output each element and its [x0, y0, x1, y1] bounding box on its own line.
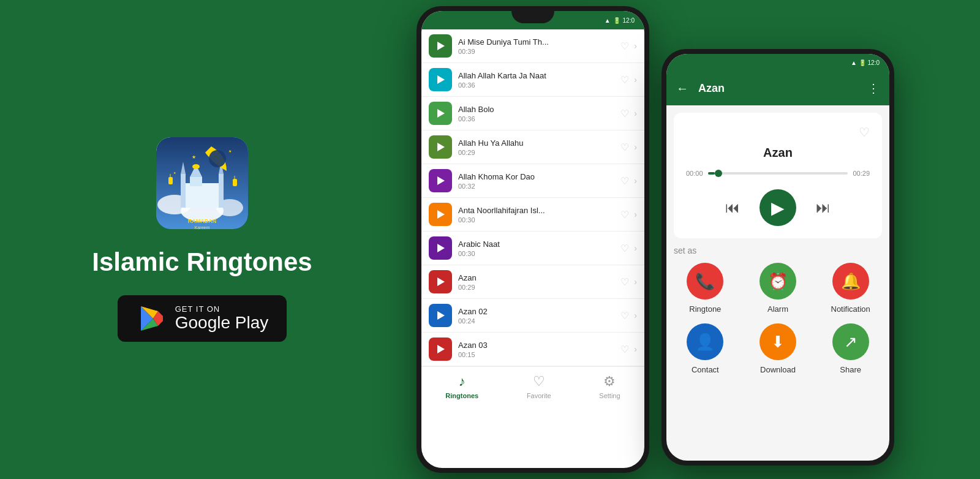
set-as-alarm[interactable]: ⏰ Alarm: [747, 263, 810, 314]
set-as-item-label: Ringtone: [689, 304, 721, 314]
song-heart-icon[interactable]: ♡: [620, 344, 629, 355]
phone2-notch: [756, 54, 799, 66]
bottom-nav: ♪ Ringtones ♡ Favorite ⚙ Setting: [421, 366, 644, 406]
next-button[interactable]: ⏭: [811, 195, 835, 220]
set-as-share[interactable]: ↗ Share: [819, 323, 882, 374]
song-play-btn[interactable]: [429, 102, 452, 125]
song-item[interactable]: Allah Khoma Kor Dao 00:32 ♡ ›: [421, 164, 644, 198]
song-play-btn[interactable]: [429, 270, 452, 293]
set-as-notification[interactable]: 🔔 Notification: [819, 263, 882, 314]
song-name: Azan 03: [458, 341, 614, 350]
play-triangle: [437, 109, 445, 118]
nav-item-favorite[interactable]: ♡ Favorite: [527, 374, 551, 399]
set-as-contact[interactable]: 👤 Contact: [674, 323, 737, 374]
song-list: Ai Mise Duniya Tumi Th... 00:39 ♡ › Alla…: [421, 29, 644, 366]
play-triangle: [437, 277, 445, 286]
song-play-btn[interactable]: [429, 135, 452, 159]
song-item[interactable]: Azan 00:29 ♡ ›: [421, 265, 644, 299]
song-item[interactable]: Allah Allah Karta Ja Naat 00:36 ♡ ›: [421, 63, 644, 97]
song-name: Allah Bolo: [458, 105, 614, 114]
song-info: Allah Bolo 00:36: [458, 105, 614, 123]
song-heart-icon[interactable]: ♡: [620, 74, 629, 86]
set-as-icon: 📞: [695, 272, 715, 291]
song-item[interactable]: Ai Mise Duniya Tumi Th... 00:39 ♡ ›: [421, 29, 644, 63]
get-it-on-label: GET IT ON: [175, 304, 269, 314]
svg-text:★: ★: [228, 149, 232, 153]
song-chevron-icon[interactable]: ›: [634, 176, 637, 186]
song-play-btn[interactable]: [429, 68, 452, 91]
player-heart-icon[interactable]: ♡: [686, 125, 870, 140]
song-item[interactable]: Azan 03 00:15 ♡ ›: [421, 333, 644, 366]
song-chevron-icon[interactable]: ›: [634, 41, 637, 51]
song-actions: ♡ ›: [620, 276, 637, 288]
svg-text:RAMADAN: RAMADAN: [188, 218, 217, 224]
song-item[interactable]: Anta Noorllahifajran Isl... 00:30 ♡ ›: [421, 198, 644, 232]
phone1-status-icons: ▲ 🔋 12:0: [605, 17, 635, 24]
song-actions: ♡ ›: [620, 40, 637, 52]
song-heart-icon[interactable]: ♡: [620, 40, 629, 52]
song-heart-icon[interactable]: ♡: [620, 243, 629, 254]
phone2: ▲ 🔋 12:0 ← Azan ⋮ ♡ Azan 00:00 00:29: [662, 49, 894, 466]
song-heart-icon[interactable]: ♡: [620, 276, 629, 288]
progress-bar[interactable]: [708, 172, 848, 175]
nav-item-setting[interactable]: ⚙ Setting: [599, 374, 620, 399]
song-info: Anta Noorllahifajran Isl... 00:30: [458, 206, 614, 224]
time-start: 00:00: [686, 170, 703, 177]
song-play-btn[interactable]: [429, 203, 452, 226]
song-item[interactable]: Allah Bolo 00:36 ♡ ›: [421, 97, 644, 130]
song-heart-icon[interactable]: ♡: [620, 310, 629, 322]
song-info: Azan 03 00:15: [458, 341, 614, 358]
song-chevron-icon[interactable]: ›: [634, 209, 637, 219]
song-chevron-icon[interactable]: ›: [634, 142, 637, 152]
song-actions: ♡ ›: [620, 243, 637, 254]
google-play-button[interactable]: GET IT ON Google Play: [118, 295, 287, 342]
song-item[interactable]: Arabic Naat 00:30 ♡ ›: [421, 232, 644, 265]
song-play-btn[interactable]: [429, 34, 452, 58]
song-chevron-icon[interactable]: ›: [634, 311, 637, 320]
play-pause-button[interactable]: ▶: [760, 189, 796, 226]
song-chevron-icon[interactable]: ›: [634, 108, 637, 118]
song-name: Allah Hu Ya Allahu: [458, 138, 614, 148]
play-triangle: [437, 176, 445, 185]
set-as-item-label: Share: [840, 365, 861, 374]
song-info: Allah Hu Ya Allahu 00:29: [458, 138, 614, 156]
phone1-time: 12:0: [623, 17, 635, 24]
song-item[interactable]: Allah Hu Ya Allahu 00:29 ♡ ›: [421, 130, 644, 164]
song-play-btn[interactable]: [429, 236, 452, 260]
set-as-circle: ⏰: [760, 263, 796, 300]
phone1: ▲ 🔋 12:0 Ai Mise Duniya Tumi Th... 00:39…: [417, 6, 649, 473]
song-duration: 00:15: [458, 351, 614, 358]
song-heart-icon[interactable]: ♡: [620, 209, 629, 221]
player-controls: ⏮ ▶ ⏭: [686, 189, 870, 226]
set-as-icon: 🔔: [841, 272, 861, 291]
song-item[interactable]: Azan 02 00:24 ♡ ›: [421, 299, 644, 333]
song-play-btn[interactable]: [429, 304, 452, 327]
svg-rect-10: [219, 174, 224, 208]
set-as-circle: ⬇: [760, 323, 796, 360]
more-options-button[interactable]: ⋮: [867, 81, 880, 96]
set-as-ringtone[interactable]: 📞 Ringtone: [674, 263, 737, 314]
song-actions: ♡ ›: [620, 74, 637, 86]
song-play-btn[interactable]: [429, 169, 452, 192]
google-play-icon: [136, 304, 165, 333]
song-heart-icon[interactable]: ♡: [620, 175, 629, 187]
song-play-btn[interactable]: [429, 338, 452, 361]
song-chevron-icon[interactable]: ›: [634, 243, 637, 253]
song-chevron-icon[interactable]: ›: [634, 75, 637, 85]
song-heart-icon[interactable]: ♡: [620, 141, 629, 153]
previous-button[interactable]: ⏮: [720, 195, 745, 220]
song-actions: ♡ ›: [620, 175, 637, 187]
song-chevron-icon[interactable]: ›: [634, 277, 637, 287]
player-card: ♡ Azan 00:00 00:29 ⏮ ▶: [674, 113, 882, 238]
song-name: Arabic Naat: [458, 240, 614, 249]
back-button[interactable]: ←: [676, 81, 688, 96]
song-actions: ♡ ›: [620, 344, 637, 355]
song-duration: 00:29: [458, 284, 614, 291]
song-chevron-icon[interactable]: ›: [634, 344, 637, 354]
nav-icon: ⚙: [603, 374, 616, 390]
nav-icon: ♪: [459, 374, 466, 390]
set-as-download[interactable]: ⬇ Download: [747, 323, 810, 374]
song-heart-icon[interactable]: ♡: [620, 108, 629, 119]
song-actions: ♡ ›: [620, 209, 637, 221]
nav-item-ringtones[interactable]: ♪ Ringtones: [445, 374, 478, 399]
